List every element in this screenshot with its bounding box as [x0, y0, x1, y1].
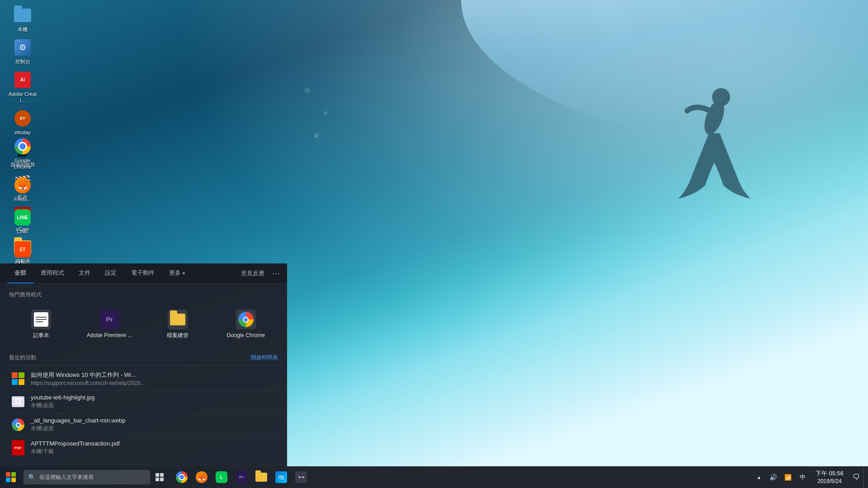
- recent-file-info-3: _all_languages_bar_chart-min.webp 本機\桌面: [31, 417, 276, 432]
- taskbar-store-icon: 🛍: [275, 471, 287, 483]
- volume-speaker-icon: 🔊: [769, 474, 777, 481]
- start-app-chrome[interactable]: Google Chrome: [213, 304, 278, 345]
- taskbar-mixed-reality-icon: 👓: [295, 471, 307, 483]
- start-tab-right-actions: 意見反應 ⋯: [241, 268, 280, 278]
- show-hidden-icons-button[interactable]: ▲: [752, 466, 766, 488]
- taskbar-app-firefox[interactable]: 🦊: [192, 466, 212, 488]
- clock[interactable]: 下午 05:56 2019/5/24: [810, 466, 849, 488]
- recent-title: 最近的活動: [9, 354, 36, 361]
- recent-divider: [9, 365, 278, 366]
- network-wifi-icon: 📶: [784, 474, 792, 481]
- recent-item-youtube-img[interactable]: 🖼 youtube-ie6-highlight.jpg 本機\桌面: [9, 390, 278, 413]
- desktop-icon-my-computer[interactable]: 本機: [5, 5, 41, 34]
- tab-docs[interactable]: 文件: [71, 263, 98, 283]
- volume-icon[interactable]: 🔊: [766, 466, 781, 488]
- open-timetable-link[interactable]: 開啟時間表: [251, 354, 278, 361]
- recent-file-name-4: APTTTMProposedTransaction.pdf: [31, 440, 276, 447]
- recent-file-info-4: APTTTMProposedTransaction.pdf 本機\下載: [31, 440, 276, 455]
- ettoday-icon: ET: [14, 109, 32, 127]
- action-center-icon: 🗨: [853, 473, 860, 481]
- recent-file-path-1: https://support.microsoft.com/zh-tw/help…: [31, 380, 276, 386]
- svg-rect-5: [156, 473, 159, 477]
- desktop-icon-label-adobe-cc: Adobe Creati...: [6, 91, 39, 104]
- task-view-icon: [156, 473, 165, 481]
- taskbar-search[interactable]: 🔍 在這裡輸入文字來搜尋: [24, 470, 150, 484]
- recent-item-win10-help[interactable]: 如何使用 Windows 10 中的工作列 - Wi... https://su…: [9, 367, 278, 390]
- popular-apps-title: 熱門應用程式: [9, 291, 278, 299]
- recent-file-info-2: youtube-ie6-highlight.jpg 本機\桌面: [31, 394, 276, 409]
- taskbar-app-explorer[interactable]: [251, 466, 271, 488]
- tab-settings[interactable]: 設定: [98, 263, 124, 283]
- start-app-file-manager[interactable]: 檔案總管: [146, 304, 210, 345]
- more-chevron-icon: ▾: [183, 271, 185, 276]
- file-manager-icon: [168, 310, 188, 329]
- desktop-icon-firefox[interactable]: 🦊 Firefo...: [5, 174, 41, 204]
- desktop-icon-adobe-cc[interactable]: Ai Adobe Creati...: [5, 69, 41, 106]
- start-button[interactable]: [0, 466, 22, 488]
- notes-icon: [31, 310, 51, 329]
- tab-all[interactable]: 全部: [7, 263, 33, 283]
- taskbar-app-mixed-reality[interactable]: 👓: [291, 466, 311, 488]
- recent-file-path-4: 本機\下載: [31, 448, 276, 455]
- taskbar-app-premiere[interactable]: Pr: [231, 466, 251, 488]
- recent-file-path-3: 本機\桌面: [31, 425, 276, 432]
- recent-file-name-1: 如何使用 Windows 10 中的工作列 - Wi...: [31, 371, 276, 379]
- adobe-cc-icon: Ai: [14, 71, 32, 89]
- svg-rect-7: [156, 478, 159, 481]
- tab-email[interactable]: 電子郵件: [124, 263, 162, 283]
- taskbar-chrome-icon: [176, 471, 188, 483]
- more-options-button[interactable]: ⋯: [272, 268, 280, 278]
- tab-apps[interactable]: 應用程式: [33, 263, 71, 283]
- taskbar-app-chrome[interactable]: [172, 466, 192, 488]
- desktop-icon-label-chrome-shortcut: GoogleChrome: [14, 157, 31, 170]
- control-panel-icon: ⚙: [14, 38, 32, 56]
- chrome-icon: [236, 310, 256, 329]
- action-center-button[interactable]: 🗨: [849, 466, 863, 488]
- show-desktop-button[interactable]: [863, 466, 868, 488]
- taskbar-line-icon: L: [216, 471, 227, 483]
- popular-apps-grid: 記事本 Pr Adobe Premiere ... 檔案總管: [9, 304, 278, 345]
- popular-apps-section: 熱門應用程式 記事本 Pr: [0, 284, 287, 350]
- notification-area: ▲ 🔊 📶: [752, 466, 795, 488]
- desktop-icon-chrome-shortcut[interactable]: GoogleChrome: [5, 136, 41, 172]
- taskbar-firefox-icon: 🦊: [196, 471, 208, 483]
- recent-item-chrome-webp[interactable]: _all_languages_bar_chart-min.webp 本機\桌面: [9, 413, 278, 436]
- desktop-icon-label-firefox: Firefo...: [14, 196, 31, 202]
- network-icon[interactable]: 📶: [781, 466, 795, 488]
- recent-activity-section: 最近的活動 開啟時間表 如何使用 Windows 10 中的工作列 - Wi..…: [0, 350, 287, 466]
- language-label: 中: [800, 473, 806, 481]
- taskbar-explorer-icon: [255, 473, 267, 482]
- task-view-button[interactable]: [150, 466, 170, 488]
- feedback-button[interactable]: 意見反應: [241, 269, 264, 277]
- recent-file-info-1: 如何使用 Windows 10 中的工作列 - Wi... https://su…: [31, 371, 276, 386]
- clock-time: 下午 05:56: [816, 469, 844, 478]
- firefox-icon: 🦊: [14, 176, 32, 194]
- desktop-icon-label-ettoday: ettoday: [14, 129, 31, 136]
- desktop-icon-control-panel[interactable]: ⚙ 控制台: [5, 37, 41, 66]
- taskbar-app-store[interactable]: 🛍: [271, 466, 291, 488]
- windows-icon: [11, 371, 25, 386]
- recent-file-name-3: _all_languages_bar_chart-min.webp: [31, 417, 276, 424]
- taskbar-apps: 🦊 L Pr 🛍 👓: [172, 466, 311, 488]
- chrome-desktop-icon: [14, 137, 32, 155]
- taskbar-right: ▲ 🔊 📶 中 下午 05:56 2019/5/24 🗨: [752, 466, 868, 488]
- taskbar-app-line[interactable]: L: [212, 466, 231, 488]
- desktop-icon-label-my-computer: 本機: [18, 26, 28, 33]
- notes-label: 記事本: [33, 332, 49, 339]
- language-button[interactable]: 中: [795, 466, 810, 488]
- tab-more[interactable]: 更多 ▾: [162, 263, 192, 283]
- tab-more-label: 更多: [169, 269, 181, 277]
- desktop-icon-line[interactable]: LINE LINE: [5, 206, 41, 236]
- search-icon: 🔍: [28, 474, 36, 481]
- start-app-premiere[interactable]: Pr Adobe Premiere ...: [77, 304, 142, 345]
- start-app-notes[interactable]: 記事本: [9, 304, 74, 345]
- svg-point-1: [712, 88, 730, 106]
- recent-header: 最近的活動 開啟時間表: [9, 354, 278, 361]
- recent-file-name-2: youtube-ie6-highlight.jpg: [31, 394, 276, 401]
- recent-item-pdf[interactable]: PDF APTTTMProposedTransaction.pdf 本機\下載: [9, 436, 278, 459]
- taskbar-premiere-icon: Pr: [236, 471, 247, 483]
- file-manager-label: 檔案總管: [167, 332, 189, 339]
- desktop-icon-ettoday[interactable]: ET ettoday: [5, 108, 41, 137]
- desktop-icon-label-line: LINE: [17, 228, 28, 235]
- svg-rect-6: [160, 473, 164, 477]
